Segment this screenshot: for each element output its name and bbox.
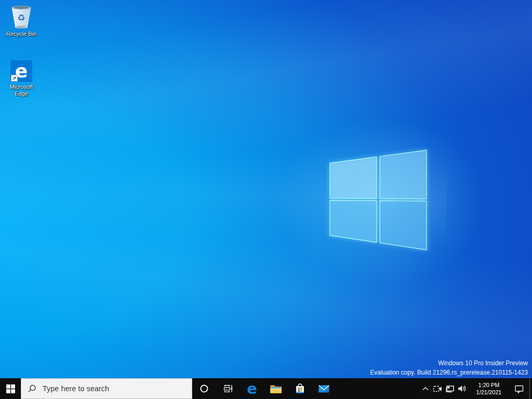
taskbar-mail-button[interactable] — [312, 378, 336, 399]
light-ray — [0, 0, 532, 210]
volume-icon — [457, 384, 467, 393]
evaluation-watermark: Windows 10 Pro Insider Preview Evaluatio… — [370, 358, 528, 377]
taskbar-edge-button[interactable]: e — [240, 378, 264, 399]
desktop-icon-label: Recycle Bin — [6, 31, 36, 37]
recycle-bin-icon: ♻ — [9, 3, 34, 29]
tray-clock[interactable]: 1:20 PM 1/21/2021 — [468, 378, 510, 399]
file-explorer-icon — [270, 383, 282, 394]
search-input[interactable] — [42, 384, 189, 393]
clock-date: 1/21/2021 — [476, 389, 502, 396]
tray-volume-button[interactable] — [456, 378, 468, 399]
start-button[interactable] — [0, 378, 21, 399]
windows-logo-wallpaper — [329, 149, 428, 251]
tray-hidden-icons-button[interactable] — [419, 378, 432, 399]
tray-network-button[interactable] — [443, 378, 456, 399]
shortcut-arrow-icon: ↗ — [11, 75, 18, 82]
svg-text:♻: ♻ — [17, 12, 25, 23]
windows-start-icon — [6, 384, 15, 393]
cortana-icon — [200, 384, 209, 393]
network-ethernet-icon — [445, 384, 455, 393]
taskbar: e — [0, 378, 532, 399]
show-desktop-button[interactable] — [529, 378, 532, 399]
edge-icon: e ↗ — [10, 60, 32, 82]
edge-icon: e — [247, 381, 257, 396]
chevron-up-icon — [422, 387, 429, 391]
tray-meet-now-button[interactable] — [432, 378, 443, 399]
taskbar-task-view-button[interactable] — [216, 378, 240, 399]
desktop-icon-list: ♻ Recycle Bin e ↗ Microsoft Edge — [1, 3, 42, 102]
desktop-icon-microsoft-edge[interactable]: e ↗ Microsoft Edge — [1, 56, 42, 97]
microsoft-store-icon — [295, 383, 305, 395]
watermark-line-1: Windows 10 Pro Insider Preview — [370, 358, 528, 368]
action-center-icon — [514, 384, 524, 393]
action-center-button[interactable] — [510, 378, 528, 399]
mail-icon — [318, 384, 330, 394]
desktop-icon-label: Microsoft Edge — [5, 84, 38, 97]
desktop-wallpaper: ♻ Recycle Bin e ↗ Microsoft Edge Windows… — [0, 0, 532, 399]
meet-now-camera-icon — [433, 385, 442, 393]
taskbar-file-explorer-button[interactable] — [264, 378, 288, 399]
taskbar-search[interactable] — [21, 378, 192, 399]
watermark-line-2: Evaluation copy. Build 21296.rs_prerelea… — [370, 368, 528, 377]
taskbar-store-button[interactable] — [288, 378, 312, 399]
taskbar-empty-area — [336, 378, 419, 399]
clock-time: 1:20 PM — [478, 381, 500, 389]
task-view-icon — [223, 383, 234, 394]
desktop-icon-recycle-bin[interactable]: ♻ Recycle Bin — [1, 3, 42, 37]
taskbar-cortana-button[interactable] — [192, 378, 216, 399]
search-icon — [27, 384, 37, 394]
